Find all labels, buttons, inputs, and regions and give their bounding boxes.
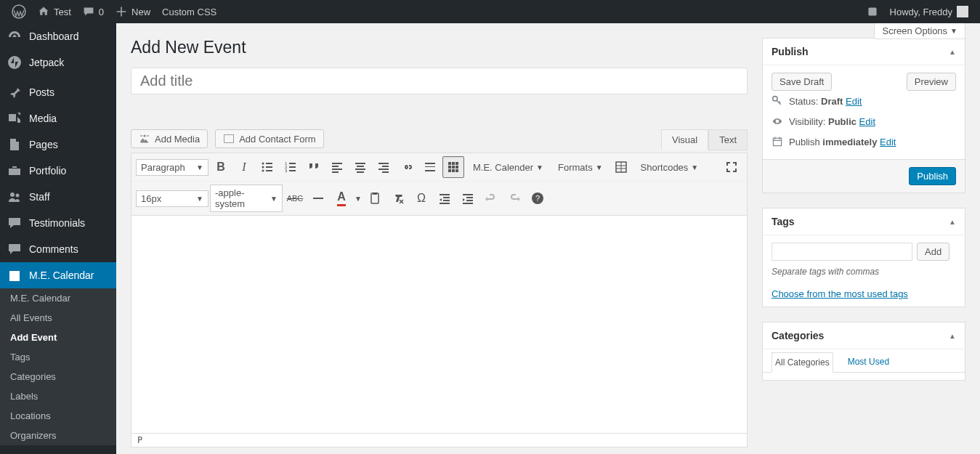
align-left-button[interactable] [326, 156, 348, 178]
tab-most-used[interactable]: Most Used [845, 352, 892, 372]
edit-status-link[interactable]: Edit [846, 96, 862, 107]
hr-button[interactable] [307, 187, 329, 209]
help-button[interactable]: ? [527, 187, 548, 209]
toolbar-toggle-button[interactable] [442, 156, 464, 178]
blockquote-button[interactable] [303, 156, 325, 178]
add-tag-button[interactable]: Add [917, 243, 949, 261]
svg-rect-51 [466, 197, 473, 198]
special-char-button[interactable]: Ω [410, 187, 432, 209]
strikethrough-button[interactable]: ABC [284, 187, 306, 209]
categories-metabox-toggle[interactable]: Categories▲ [763, 323, 965, 349]
edit-visibility-link[interactable]: Edit [859, 116, 875, 127]
me-calendar-dropdown[interactable]: M.E. Calender▼ [466, 156, 549, 178]
svg-rect-57 [773, 138, 781, 145]
add-contact-button[interactable]: Add Contact Form [215, 129, 324, 148]
choose-tags-link[interactable]: Choose from the most used tags [772, 288, 956, 299]
publish-metabox-toggle[interactable]: Publish▲ [763, 38, 965, 65]
outdent-button[interactable] [434, 187, 455, 209]
tab-text[interactable]: Text [708, 129, 748, 150]
fullscreen-button[interactable] [721, 156, 742, 178]
more-button[interactable] [419, 156, 441, 178]
submenu-categories[interactable]: Categories [0, 367, 116, 386]
preview-button[interactable]: Preview [907, 73, 956, 91]
new-link[interactable]: New [110, 0, 156, 23]
svg-rect-33 [448, 162, 451, 165]
submenu-calendar[interactable]: M.E. Calendar [0, 288, 116, 308]
sidebar-item-jetpack[interactable]: Jetpack [0, 49, 116, 76]
chevron-up-icon: ▲ [949, 218, 956, 226]
svg-text:3: 3 [285, 169, 288, 173]
svg-rect-48 [443, 200, 450, 201]
site-link[interactable]: Test [32, 0, 77, 23]
svg-rect-23 [357, 166, 364, 167]
save-draft-button[interactable]: Save Draft [772, 73, 832, 91]
tags-metabox-toggle[interactable]: Tags▲ [763, 208, 965, 235]
tags-input[interactable] [772, 243, 912, 261]
italic-button[interactable]: I [233, 156, 255, 178]
undo-button[interactable] [480, 187, 502, 209]
wp-logo[interactable] [6, 0, 32, 23]
sidebar-item-testimonials[interactable]: Testimonials [0, 210, 116, 236]
table-button[interactable] [610, 156, 632, 178]
indent-button[interactable] [457, 187, 479, 209]
svg-rect-34 [452, 162, 455, 165]
svg-rect-15 [289, 166, 296, 168]
fontsize-select[interactable]: 16px▼ [136, 190, 208, 207]
tab-visual[interactable]: Visual [661, 129, 708, 150]
add-media-button[interactable]: Add Media [131, 129, 208, 148]
account-link[interactable]: Howdy, Freddy [884, 0, 974, 23]
fontfamily-select[interactable]: -apple-system▼ [210, 185, 283, 212]
submenu-add-event[interactable]: Add Event [0, 328, 116, 347]
svg-rect-22 [355, 163, 365, 164]
svg-text:?: ? [535, 194, 540, 203]
notifications-icon[interactable] [861, 0, 884, 23]
sidebar-item-portfolio[interactable]: Portfolio [0, 158, 116, 184]
users-icon [7, 190, 22, 204]
format-select[interactable]: Paragraph▼ [136, 159, 208, 176]
text-color-button[interactable]: A [331, 187, 352, 209]
clear-format-button[interactable] [387, 187, 409, 209]
sidebar-item-pages[interactable]: Pages [0, 131, 116, 158]
sidebar-item-staff[interactable]: Staff [0, 184, 116, 210]
submenu-tags[interactable]: Tags [0, 347, 116, 367]
avatar-icon [957, 6, 968, 17]
svg-rect-32 [425, 170, 435, 171]
submenu-all-events[interactable]: All Events [0, 308, 116, 328]
svg-point-6 [262, 163, 264, 165]
svg-rect-36 [448, 166, 451, 169]
svg-rect-25 [357, 171, 364, 173]
sidebar-item-calendar[interactable]: M.E. Calendar [0, 262, 116, 288]
custom-css-link[interactable]: Custom CSS [156, 0, 222, 23]
edit-date-link[interactable]: Edit [880, 137, 896, 147]
link-button[interactable] [396, 156, 418, 178]
publish-button[interactable]: Publish [909, 167, 956, 185]
shortcodes-dropdown[interactable]: Shortcodes▼ [633, 156, 705, 178]
title-input[interactable] [131, 68, 748, 94]
comments-link[interactable]: 0 [77, 0, 110, 23]
bold-button[interactable]: B [210, 156, 232, 178]
bullet-list-button[interactable] [256, 156, 278, 178]
svg-rect-30 [425, 163, 435, 164]
submenu-organizers[interactable]: Organizers [0, 426, 116, 445]
svg-rect-21 [332, 171, 339, 173]
svg-rect-26 [378, 163, 389, 164]
svg-rect-47 [443, 197, 450, 198]
sidebar-item-media[interactable]: Media [0, 105, 116, 131]
align-center-button[interactable] [349, 156, 371, 178]
sidebar-item-dashboard[interactable]: Dashboard [0, 23, 116, 49]
screen-options-button[interactable]: Screen Options▼ [874, 23, 965, 39]
numbered-list-button[interactable]: 123 [280, 156, 301, 178]
sidebar-item-posts[interactable]: Posts [0, 79, 116, 105]
submenu-labels[interactable]: Labels [0, 386, 116, 406]
paste-text-button[interactable] [364, 187, 386, 209]
svg-rect-11 [266, 170, 272, 171]
submenu-locations[interactable]: Locations [0, 406, 116, 426]
tab-all-categories[interactable]: All Categories [772, 352, 833, 373]
sidebar-item-comments[interactable]: Comments [0, 236, 116, 262]
redo-button[interactable] [503, 187, 525, 209]
formats-dropdown[interactable]: Formats▼ [551, 156, 609, 178]
editor-body[interactable] [131, 216, 748, 434]
align-right-button[interactable] [373, 156, 394, 178]
chevron-up-icon: ▲ [949, 48, 956, 56]
svg-point-10 [262, 170, 264, 172]
